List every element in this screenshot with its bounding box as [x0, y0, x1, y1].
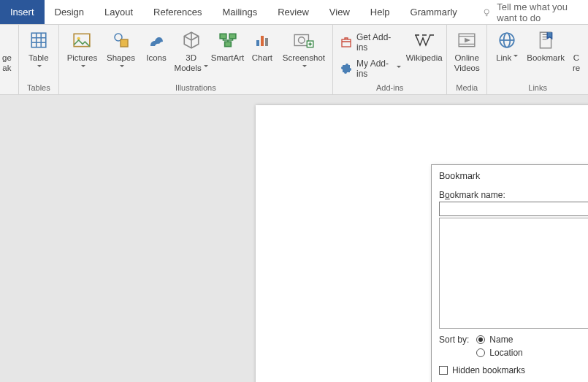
tab-help[interactable]: Help	[360, 0, 400, 24]
bookmark-name-input[interactable]	[439, 202, 588, 216]
video-icon	[457, 29, 476, 51]
lightbulb-icon	[482, 7, 491, 18]
svg-rect-8	[224, 42, 231, 46]
svg-rect-11	[265, 38, 268, 46]
group-label-illustrations: Illustrations	[64, 82, 328, 94]
sort-name-radio[interactable]: Name	[476, 335, 522, 345]
bookmark-list[interactable]	[439, 218, 588, 329]
tell-me-text: Tell me what you want to do	[497, 1, 588, 23]
bookmark-button[interactable]: Bookmark	[524, 26, 567, 63]
svg-rect-15	[342, 39, 351, 47]
sort-by-label: Sort by:	[439, 335, 469, 345]
tab-grammarly[interactable]: Grammarly	[400, 0, 467, 24]
group-media: Online Videos Media	[447, 25, 487, 94]
group-label-tables: Tables	[23, 82, 54, 94]
pictures-button[interactable]: Pictures	[64, 26, 101, 73]
group-label-links: Links	[492, 82, 584, 94]
tab-view[interactable]: View	[319, 0, 360, 24]
chart-button[interactable]: Chart	[247, 26, 278, 63]
group-label-addins: Add-ins	[337, 82, 442, 94]
wikipedia-icon	[414, 29, 435, 51]
tab-mailings[interactable]: Mailings	[213, 0, 268, 24]
ribbon: ge ak Table Tables Pictures Shapes	[0, 25, 588, 95]
tell-me-search[interactable]: Tell me what you want to do	[482, 1, 588, 23]
ribbon-tabs: Insert Design Layout References Mailings…	[0, 0, 588, 25]
svg-rect-7	[229, 34, 236, 39]
puzzle-icon	[340, 63, 352, 75]
icons-button[interactable]: Icons	[141, 26, 172, 63]
group-illustrations: Pictures Shapes Icons 3D Models SmartArt…	[59, 25, 333, 94]
checkbox-icon	[439, 366, 448, 375]
table-icon	[29, 29, 48, 51]
cube-icon	[182, 29, 201, 51]
icons-icon	[147, 29, 166, 51]
smartart-icon	[218, 29, 237, 51]
group-links: Link Bookmark C re Links	[487, 25, 588, 94]
svg-rect-9	[256, 40, 259, 46]
link-button[interactable]: Link	[492, 26, 522, 63]
online-videos-button[interactable]: Online Videos	[451, 26, 482, 73]
radio-icon	[476, 335, 485, 344]
radio-icon	[476, 348, 485, 357]
svg-rect-10	[261, 36, 264, 46]
pictures-icon	[72, 29, 91, 51]
tab-review[interactable]: Review	[267, 0, 319, 24]
svg-rect-12	[294, 35, 308, 46]
svg-point-13	[298, 37, 305, 44]
link-icon	[497, 29, 516, 51]
bookmark-name-label: Bookmark name:	[439, 190, 588, 200]
group-pages-partial: ge ak	[0, 25, 19, 94]
svg-point-0	[484, 9, 489, 13]
tab-layout[interactable]: Layout	[94, 0, 143, 24]
store-icon	[340, 37, 352, 48]
tab-insert[interactable]: Insert	[0, 0, 45, 24]
chart-icon	[253, 29, 272, 51]
hidden-bookmarks-checkbox[interactable]: Hidden bookmarks	[439, 365, 588, 375]
group-tables: Table Tables	[19, 25, 59, 94]
tab-references[interactable]: References	[143, 0, 212, 24]
shapes-button[interactable]: Shapes	[103, 26, 139, 73]
svg-rect-5	[121, 39, 128, 47]
group-label-media: Media	[451, 82, 482, 94]
dialog-title: Bookmark	[432, 165, 588, 187]
svg-rect-6	[220, 34, 226, 39]
bookmark-dialog: Bookmark Bookmark name: Sort by: Name Lo…	[431, 164, 588, 382]
bookmark-icon	[538, 29, 554, 51]
group-addins: Get Add-ins My Add-ins Wikipedia Add-ins	[333, 25, 447, 94]
cross-ref-button[interactable]: C re	[569, 26, 584, 73]
screenshot-button[interactable]: Screenshot	[280, 26, 328, 73]
screenshot-icon	[293, 29, 315, 51]
my-addins-button[interactable]: My Add-ins	[337, 57, 404, 80]
page-break-button[interactable]: ge ak	[0, 26, 14, 73]
3d-models-button[interactable]: 3D Models	[174, 26, 208, 73]
get-addins-button[interactable]: Get Add-ins	[337, 31, 404, 54]
sort-location-radio[interactable]: Location	[476, 348, 522, 358]
wikipedia-button[interactable]: Wikipedia	[406, 26, 442, 63]
svg-rect-1	[31, 33, 46, 47]
table-button[interactable]: Table	[23, 26, 54, 73]
shapes-icon	[112, 29, 131, 51]
smartart-button[interactable]: SmartArt	[210, 26, 245, 63]
tab-design[interactable]: Design	[45, 0, 94, 24]
